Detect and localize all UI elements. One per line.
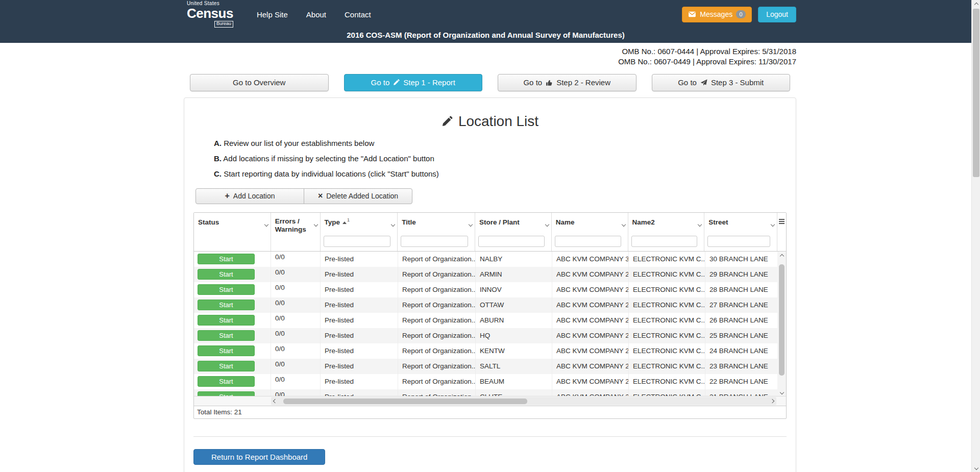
step-3-submit-button[interactable]: Go to Step 3 - Submit (652, 74, 791, 91)
table-body: Start 0/0 Pre-listed Report of Organizat… (194, 252, 786, 396)
column-menu-button[interactable] (698, 219, 701, 228)
column-header-name[interactable]: Name (552, 213, 628, 251)
filter-input-store-plant[interactable] (478, 236, 545, 247)
scroll-up-icon[interactable] (777, 252, 786, 260)
sort-order-badge: 1 (347, 217, 350, 222)
type-cell: Pre-listed (321, 282, 398, 297)
return-dashboard-button[interactable]: Return to Report Dashboard (193, 449, 325, 465)
errors-warnings-cell: 0/0 (271, 313, 321, 328)
scroll-down-icon[interactable] (972, 463, 980, 472)
envelope-icon (688, 11, 696, 17)
locations-table: Status Errors / Warnings Type1 Title Sto… (193, 212, 787, 419)
start-button[interactable]: Start (198, 269, 255, 280)
column-menu-button[interactable] (771, 219, 774, 228)
status-cell: Start (194, 313, 271, 328)
column-header-errors-warnings[interactable]: Errors / Warnings (271, 213, 321, 251)
column-header-status[interactable]: Status (194, 213, 271, 251)
delete-location-button[interactable]: × Delete Added Location (304, 188, 412, 204)
errors-warnings-cell: 0/0 (271, 374, 321, 389)
table-vertical-scrollbar[interactable] (777, 252, 786, 396)
start-button[interactable]: Start (198, 300, 255, 310)
page-scrollbar-thumb[interactable] (973, 9, 979, 177)
start-button[interactable]: Start (198, 254, 255, 264)
step-navigation: Go to Overview Go to Step 1 - Report Go … (184, 74, 796, 91)
title-cell: Report of Organization... (398, 374, 476, 389)
table-horizontal-scrollbar[interactable] (271, 397, 776, 405)
horizontal-scrollbar-thumb[interactable] (283, 399, 527, 404)
instruction-text: Review our list of your establishments b… (224, 139, 374, 147)
filter-input-street[interactable] (707, 236, 770, 247)
name-cell: ABC KVM COMPANY 24 (552, 343, 629, 359)
chevron-down-icon (698, 222, 702, 226)
page-title: Location List (193, 113, 787, 130)
status-cell: Start (194, 374, 271, 389)
name2-cell: ELECTRONIC KVM C... (629, 297, 705, 313)
filter-input-name2[interactable] (631, 236, 698, 247)
nav-contact[interactable]: Contact (345, 10, 371, 19)
step-1-report-button[interactable]: Go to Step 1 - Report (344, 74, 483, 91)
start-button[interactable]: Start (198, 345, 255, 356)
status-cell: Start (194, 389, 271, 396)
instruction-letter: B. (214, 154, 222, 163)
start-button[interactable]: Start (198, 315, 255, 326)
store-plant-cell: HQ (476, 328, 552, 343)
scroll-up-icon[interactable] (972, 0, 980, 9)
column-menu-button[interactable] (391, 219, 395, 228)
logo-census: Census (187, 7, 233, 20)
store-plant-cell: ABURN (476, 313, 552, 328)
page-title-text: Location List (458, 113, 538, 130)
status-cell: Start (194, 267, 271, 282)
start-button[interactable]: Start (198, 284, 255, 295)
thumbs-up-icon (546, 79, 553, 86)
census-logo[interactable]: United States Census Bureau (187, 1, 233, 27)
filter-input-type[interactable] (324, 236, 391, 247)
header-actions: Messages 0 Logout (682, 7, 796, 22)
chevron-down-icon (264, 222, 268, 226)
start-button[interactable]: Start (198, 391, 255, 396)
status-cell: Start (194, 282, 271, 297)
total-items-label: Total Items: 21 (197, 408, 242, 416)
step-label: Go to (371, 78, 390, 87)
nav-help-site[interactable]: Help Site (257, 10, 288, 19)
column-menu-button[interactable] (546, 219, 549, 228)
start-button[interactable]: Start (198, 361, 255, 371)
step-overview-button[interactable]: Go to Overview (190, 74, 329, 91)
page-scrollbar[interactable] (971, 0, 980, 472)
column-header-store-plant[interactable]: Store / Plant (475, 213, 552, 251)
vertical-scrollbar-thumb[interactable] (779, 264, 785, 376)
column-menu-button[interactable] (314, 219, 317, 228)
street-cell: 27 BRANCH LANE (705, 297, 778, 313)
street-cell: 23 BRANCH LANE (705, 359, 778, 374)
name-cell: ABC KVM COMPANY 27 (552, 297, 629, 313)
step-2-review-button[interactable]: Go to Step 2 - Review (498, 74, 636, 91)
column-menu-button[interactable] (469, 219, 472, 228)
scroll-right-icon[interactable] (768, 397, 776, 405)
column-menu-button[interactable] (265, 219, 268, 228)
column-header-street[interactable]: Street (704, 213, 777, 251)
column-menu-button[interactable] (622, 219, 625, 228)
column-header-name2[interactable]: Name2 (628, 213, 705, 251)
logout-button[interactable]: Logout (758, 7, 796, 22)
logo-bureau: Bureau (214, 21, 233, 27)
column-header-title[interactable]: Title (398, 213, 475, 251)
scroll-left-icon[interactable] (271, 397, 279, 405)
messages-button[interactable]: Messages 0 (682, 7, 752, 22)
chevron-down-icon (313, 222, 317, 226)
errors-warnings-cell: 0/0 (271, 252, 321, 267)
column-header-type[interactable]: Type1 (321, 213, 398, 251)
filter-input-title[interactable] (401, 236, 468, 247)
start-button[interactable]: Start (198, 376, 255, 387)
start-button[interactable]: Start (198, 330, 255, 341)
column-chooser-button[interactable] (777, 213, 786, 251)
status-cell: Start (194, 343, 271, 359)
add-location-button[interactable]: + Add Location (195, 188, 304, 204)
table-header: Status Errors / Warnings Type1 Title Sto… (194, 213, 786, 252)
store-plant-cell: INNOV (476, 282, 552, 297)
type-cell: Pre-listed (321, 374, 398, 389)
survey-title-banner: 2016 COS-ASM (Report of Organization and… (0, 31, 971, 39)
name-cell: ABC KVM COMPANY 22 (552, 374, 629, 389)
messages-count-badge: 0 (736, 10, 746, 18)
scroll-down-icon[interactable] (777, 388, 786, 396)
filter-input-name[interactable] (555, 236, 621, 247)
nav-about[interactable]: About (306, 10, 326, 19)
